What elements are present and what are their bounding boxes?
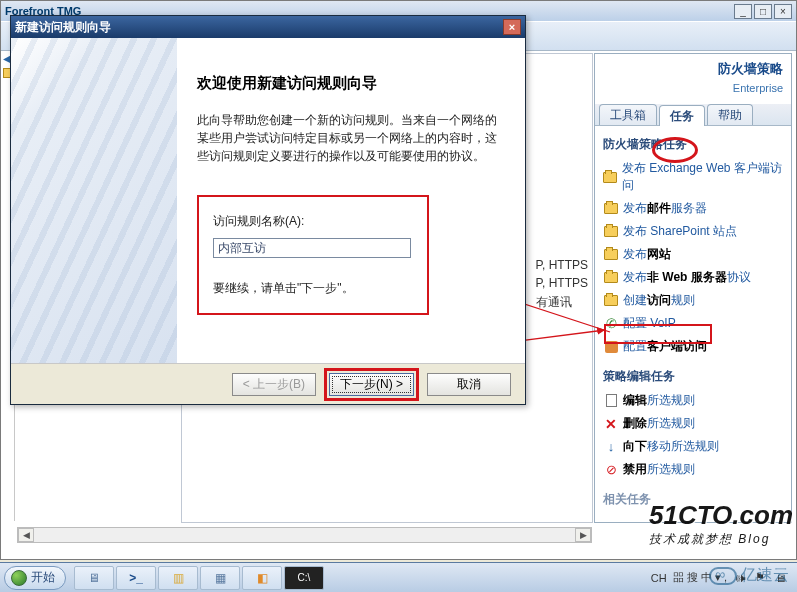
explorer-icon: ▥ [173,571,184,585]
next-button[interactable]: 下一步(N) > [329,373,414,396]
folder-icon [604,295,618,306]
folder-icon [603,172,617,183]
task-publish-exchange[interactable]: 发布 Exchange Web 客户端访问 [603,157,783,197]
task-delete-rule[interactable]: ✕删除所选规则 [603,412,783,435]
tab-help[interactable]: 帮助 [707,104,753,125]
tmg-icon: ◧ [257,571,268,585]
rule-name-input[interactable] [213,238,411,258]
task-label: 配置客户端访问 [623,338,707,355]
taskbar-item-explorer[interactable]: ▥ [158,566,198,590]
tab-tasks[interactable]: 任务 [659,105,705,126]
ime-indicator[interactable]: 㗊 搜 中 ▾ , [673,570,727,585]
taskbar-item-tmg[interactable]: ◧ [242,566,282,590]
taskbar: 开始 🖥 >_ ▥ ▦ ◧ C:\ CH 㗊 搜 中 ▾ , 🕪 ⚑ 🖥 [0,562,797,592]
wizard-description: 此向导帮助您创建一个新的访问规则。当来自一个网络的某些用户尝试访问特定目标或另一… [197,111,505,165]
policy-row-fragment: P, HTTPS P, HTTPS 有通讯 [536,254,588,315]
desktop-icon: ▦ [215,571,226,585]
firewall-task-list: 发布 Exchange Web 客户端访问 发布邮件服务器 发布 SharePo… [595,157,791,358]
scroll-track[interactable] [34,528,575,542]
folder-icon [604,203,618,214]
task-label: 发布 Exchange Web 客户端访问 [622,160,783,194]
task-pane-subtitle: Enterprise [603,82,783,94]
wizard-footer: < 上一步(B) 下一步(N) > 取消 [11,364,525,404]
voip-icon: ✆ [603,317,619,331]
task-label: 发布邮件服务器 [623,200,707,217]
system-tray: CH 㗊 搜 中 ▾ , 🕪 ⚑ 🖥 [651,570,793,585]
task-publish-mail[interactable]: 发布邮件服务器 [603,197,783,220]
folder-icon [604,272,618,283]
wizard-close-button[interactable]: × [503,19,521,35]
task-edit-rule[interactable]: 编辑所选规则 [603,389,783,412]
task-configure-voip[interactable]: ✆配置 VoIP [603,312,783,335]
task-configure-client[interactable]: 配置客户端访问 [603,335,783,358]
arrow-down-icon: ↓ [603,440,619,454]
taskbar-item-powershell[interactable]: >_ [116,566,156,590]
powershell-icon: >_ [129,571,143,585]
ime-lang[interactable]: CH [651,572,667,584]
annotation-rect-form: 访问规则名称(A): 要继续，请单击"下一步"。 [197,195,429,315]
task-publish-website[interactable]: 发布网站 [603,243,783,266]
task-label: 向下移动所选规则 [623,438,719,455]
task-label: 配置 VoIP [623,315,676,332]
task-disable-rule[interactable]: ⊘禁用所选规则 [603,458,783,481]
start-button[interactable]: 开始 [4,566,66,590]
wizard-body: 欢迎使用新建访问规则向导 此向导帮助您创建一个新的访问规则。当来自一个网络的某些… [11,38,525,364]
wizard-content: 欢迎使用新建访问规则向导 此向导帮助您创建一个新的访问规则。当来自一个网络的某些… [177,38,525,363]
start-orb-icon [11,570,27,586]
tray-icon-3[interactable]: 🖥 [773,571,787,585]
disable-icon: ⊘ [603,463,619,477]
task-label: 编辑所选规则 [623,392,695,409]
task-move-down[interactable]: ↓向下移动所选规则 [603,435,783,458]
task-create-access-rule[interactable]: 创建访问规则 [603,289,783,312]
delete-icon: ✕ [603,417,619,431]
task-publish-sharepoint[interactable]: 发布 SharePoint 站点 [603,220,783,243]
wizard-heading: 欢迎使用新建访问规则向导 [197,74,505,93]
back-button: < 上一步(B) [232,373,316,396]
tab-toolbox[interactable]: 工具箱 [599,104,657,125]
wizard-title: 新建访问规则向导 [15,19,503,36]
annotation-rect-next: 下一步(N) > [324,368,419,401]
task-label: 发布非 Web 服务器协议 [623,269,751,286]
scroll-right-button[interactable]: ▶ [575,528,591,542]
server-icon: 🖥 [88,571,100,585]
section-related-tasks: 相关任务 [603,491,783,508]
wizard-sidebar-graphic [11,38,177,363]
task-label: 发布 SharePoint 站点 [623,223,737,240]
tray-icon-1[interactable]: 🕪 [733,571,747,585]
taskbar-item-server[interactable]: 🖥 [74,566,114,590]
section-edit-tasks: 策略编辑任务 [603,368,783,385]
folder-icon [604,226,618,237]
new-access-rule-wizard: 新建访问规则向导 × 欢迎使用新建访问规则向导 此向导帮助您创建一个新的访问规则… [10,15,526,405]
policy-cell-protocol-2: P, HTTPS [536,276,588,290]
scroll-left-button[interactable]: ◀ [18,528,34,542]
task-pane-tabs: 工具箱 任务 帮助 [595,104,791,126]
wizard-titlebar[interactable]: 新建访问规则向导 × [11,16,525,38]
task-label: 创建访问规则 [623,292,695,309]
task-label: 删除所选规则 [623,415,695,432]
task-pane: 防火墙策略 Enterprise 工具箱 任务 帮助 防火墙策略任务 发布 Ex… [594,53,792,523]
task-label: 禁用所选规则 [623,461,695,478]
app-close-button[interactable]: × [774,4,792,19]
tray-icon-2[interactable]: ⚑ [753,571,767,585]
task-pane-title: 防火墙策略 [603,60,783,78]
cmd-icon: C:\ [298,572,311,583]
taskbar-item-cmd[interactable]: C:\ [284,566,324,590]
policy-cell-protocol-1: P, HTTPS [536,258,588,272]
taskbar-item-desktop[interactable]: ▦ [200,566,240,590]
folder-icon [604,249,618,260]
app-maximize-button[interactable]: □ [754,4,772,19]
wizard-hint: 要继续，请单击"下一步"。 [213,280,413,297]
rule-name-label: 访问规则名称(A): [213,213,413,230]
start-label: 开始 [31,569,55,586]
section-firewall-tasks: 防火墙策略任务 [603,136,783,153]
task-publish-nonweb[interactable]: 发布非 Web 服务器协议 [603,266,783,289]
cancel-button[interactable]: 取消 [427,373,511,396]
policy-cell-traffic: 有通讯 [536,294,588,311]
task-label: 发布网站 [623,246,671,263]
edit-task-list: 编辑所选规则 ✕删除所选规则 ↓向下移动所选规则 ⊘禁用所选规则 [595,389,791,481]
app-minimize-button[interactable]: _ [734,4,752,19]
task-pane-header: 防火墙策略 Enterprise [595,54,791,98]
horizontal-scrollbar[interactable]: ◀ ▶ [17,527,592,543]
client-icon [605,341,618,353]
taskbar-items: 🖥 >_ ▥ ▦ ◧ C:\ [74,566,324,590]
